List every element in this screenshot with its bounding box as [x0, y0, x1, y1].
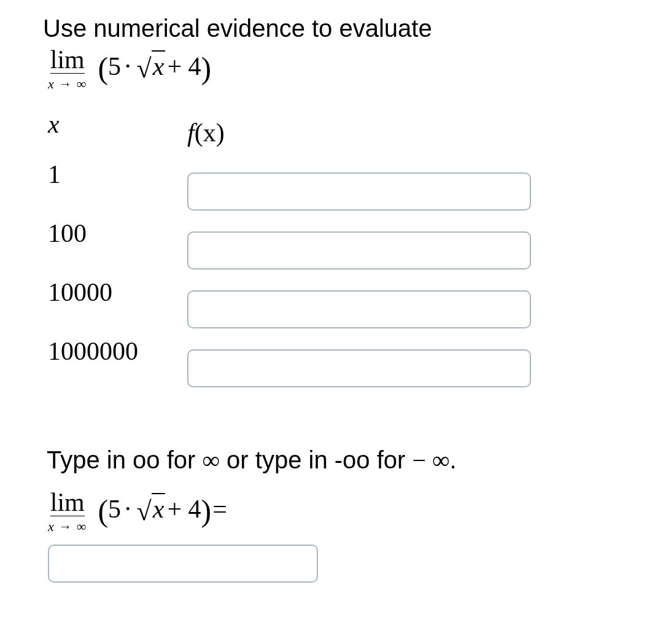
- close-paren: ): [201, 493, 212, 529]
- table-row: [187, 339, 531, 398]
- fx-column: f(x): [187, 103, 531, 398]
- lim-operator: lim x → ∞: [48, 47, 87, 92]
- limit-expression-answer: lim x → ∞ ( 5 · √ x + 4 ) =: [48, 489, 620, 535]
- function-body: ( 5 · √ x + 4 ): [98, 47, 211, 82]
- fx-input-3[interactable]: [187, 290, 531, 328]
- x-cell: 100: [48, 204, 138, 263]
- answer-input-wrap: [48, 545, 620, 583]
- instruction-text: Use numerical evidence to evaluate: [43, 12, 620, 44]
- header-x: x: [48, 103, 138, 145]
- radical-icon: √: [137, 495, 152, 527]
- radical-icon: √: [137, 53, 152, 84]
- limit-answer-input[interactable]: [48, 545, 318, 583]
- open-paren: (: [98, 50, 108, 86]
- x-cell: 1000000: [48, 322, 138, 381]
- lim-subscript: x → ∞: [48, 519, 87, 535]
- fx-input-2[interactable]: [187, 231, 531, 270]
- x-column: x 1 100 10000 1000000: [48, 103, 138, 381]
- fx-input-4[interactable]: [187, 349, 531, 387]
- table-row: [187, 280, 531, 339]
- hint-text: Type in oo for ∞ or type in -oo for − ∞.: [47, 446, 620, 475]
- sqrt: √ x: [137, 493, 166, 524]
- header-fx: f(x): [187, 103, 531, 162]
- table-row: [187, 221, 531, 280]
- value-table: x 1 100 10000 1000000 f(x): [48, 103, 620, 398]
- table-row: [187, 162, 531, 221]
- problem-container: Use numerical evidence to evaluate lim x…: [0, 0, 663, 583]
- x-cell: 10000: [48, 263, 138, 322]
- close-paren: ): [201, 50, 212, 86]
- function-body: ( 5 · √ x + 4 ) =: [98, 489, 227, 525]
- lim-operator: lim x → ∞: [48, 489, 87, 535]
- fx-input-1[interactable]: [187, 173, 531, 211]
- sqrt: √ x: [137, 50, 166, 82]
- lim-word: lim: [50, 47, 85, 74]
- open-paren: (: [98, 493, 108, 529]
- x-cell: 1: [48, 145, 138, 204]
- lim-word: lim: [50, 489, 85, 516]
- limit-expression-top: lim x → ∞ ( 5 · √ x + 4 ): [48, 47, 620, 92]
- lim-subscript: x → ∞: [48, 76, 87, 92]
